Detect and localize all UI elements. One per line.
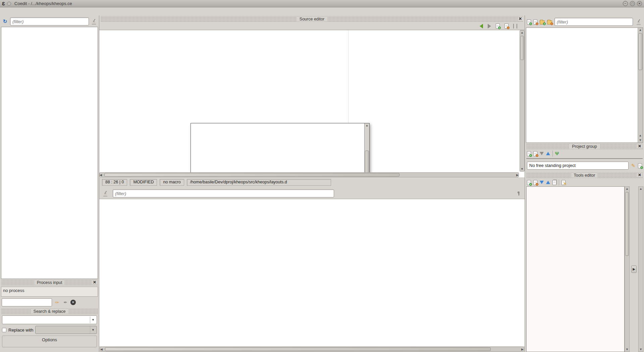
center-panel: Source editor ✕ + − ▲ ▲ [99,15,525,352]
free-standing-project: No free standing project [527,162,629,170]
detach-editor-icon[interactable] [513,24,517,28]
add-tool-icon[interactable]: + [527,180,531,185]
tools-list [526,186,625,352]
messages-toolbar [99,188,525,199]
replace-with-combo[interactable]: ▼ [35,326,97,334]
search-replace-header: Search & replace [1,308,98,314]
add-folder-icon[interactable]: + [540,20,545,24]
clean-icon[interactable] [635,18,642,25]
add-project-icon[interactable]: + [527,151,531,156]
project-filter-input[interactable] [554,18,633,26]
run-tool-icon[interactable]: Ϟ [561,180,566,185]
editor-tab-bar: + − [99,22,525,30]
clone-tool-icon[interactable] [552,180,556,185]
editor-hscrollbar[interactable]: ◀ ▶ [99,172,519,177]
close-icon[interactable]: ✕ [518,16,523,21]
minimize-button[interactable]: − [623,1,628,6]
remove-file-icon[interactable]: − [533,19,537,24]
new-free-project-icon[interactable]: + [638,163,642,168]
symbol-filter-input[interactable] [10,17,89,25]
process-status: no process [1,287,98,297]
code-editor[interactable]: ▲ ▲ ▼ ▲ ▼ ◀ ▶ [99,30,525,177]
messages-list [99,199,525,346]
clean-icon[interactable] [91,18,97,25]
modified-status: MODIFIED [130,179,157,186]
edit-icon[interactable]: ✎ [631,163,635,168]
remove-folder-icon[interactable]: − [547,20,552,24]
remove-project-icon[interactable]: − [533,151,537,156]
pin-icon[interactable] [515,190,522,197]
macro-status: no macro [160,179,184,186]
options-title: Options [4,337,95,344]
refresh-icon[interactable]: ↻ [2,18,8,25]
cancel-icon[interactable]: ✕ [70,300,76,305]
messages-filter-input[interactable] [113,189,334,197]
project-file-tree: ▲ ▲ ▼ [526,27,643,143]
replace-with-label: Replace with [8,328,33,333]
symbol-tree [1,27,98,279]
source-editor-header: Source editor ✕ [100,16,524,22]
expand-pane-button[interactable]: ▶ [631,266,637,273]
status-bar: 88 : 26 | 0 MODIFIED no macro /home/basi… [99,177,525,187]
move-down-icon[interactable] [540,181,544,184]
search-options-group: Options [2,336,97,347]
window-menu-icon[interactable] [7,2,11,6]
async-mode-icon[interactable]: Ψ [555,151,559,156]
right-panel: + − + − ▲ ▲ ▼ Project group ✕ + − [525,15,644,352]
popup-scrollbar[interactable]: ▲ ▲ ▼ [364,123,369,177]
process-input-field[interactable] [2,298,52,306]
process-input-header: Process input ✕ [1,280,98,286]
move-up-icon[interactable] [546,181,550,184]
project-group-header: Project group ✕ [526,143,643,150]
clear-messages-icon[interactable] [102,190,109,197]
tools-detail-scrollbar[interactable]: ▲ ▼ [638,186,643,352]
file-path: /home/basile/Dev/dproj/kheops/src/kheops… [187,179,331,186]
replace-with-checkbox[interactable] [2,328,6,332]
close-icon[interactable]: ✕ [637,173,642,177]
add-file-icon[interactable]: + [527,19,531,24]
filetree-scrollbar[interactable]: ▲ ▲ ▼ [638,28,643,142]
completion-popup: ▲ ▲ ▼ [191,123,370,177]
left-panel: ↻ Process input ✕ no process ✑ ✒ ✕ Searc… [0,15,99,352]
scroll-up-icon[interactable]: ▲ [365,123,369,128]
app-icon: Ɛ [2,1,5,6]
go-back-icon[interactable] [480,24,483,28]
move-up-icon[interactable] [546,152,550,155]
close-icon[interactable]: ✕ [637,144,642,149]
window-title: Coedit - /.../kheops/kheops.ce [14,1,72,6]
new-document-icon[interactable]: + [496,23,500,28]
remove-tool-icon[interactable]: − [533,180,537,185]
menu-bar [0,7,644,15]
close-button[interactable]: ✕ [637,1,642,6]
go-forward-icon[interactable] [488,24,491,28]
project-group-table [526,158,643,159]
pen-icon[interactable]: ✒ [62,299,69,306]
close-document-icon[interactable]: − [504,23,508,28]
close-icon[interactable]: ✕ [92,280,97,285]
title-bar: Ɛ Coedit - /.../kheops/kheops.ce − □ ✕ [0,0,644,7]
editor-vscrollbar[interactable]: ▲ ▼ [520,30,525,172]
messages-hscrollbar[interactable]: ◀ ▶ [100,347,524,352]
send-icon[interactable]: ✑ [54,299,60,306]
tools-editor-header: Tools editor ✕ [526,172,643,178]
tools-scrollbar[interactable]: ▲ ▼ [625,186,630,352]
search-term-combo[interactable]: ▼ [2,315,97,324]
caret-position: 88 : 26 | 0 [102,179,127,186]
maximize-button[interactable]: □ [630,1,635,6]
move-down-icon[interactable] [540,152,544,155]
